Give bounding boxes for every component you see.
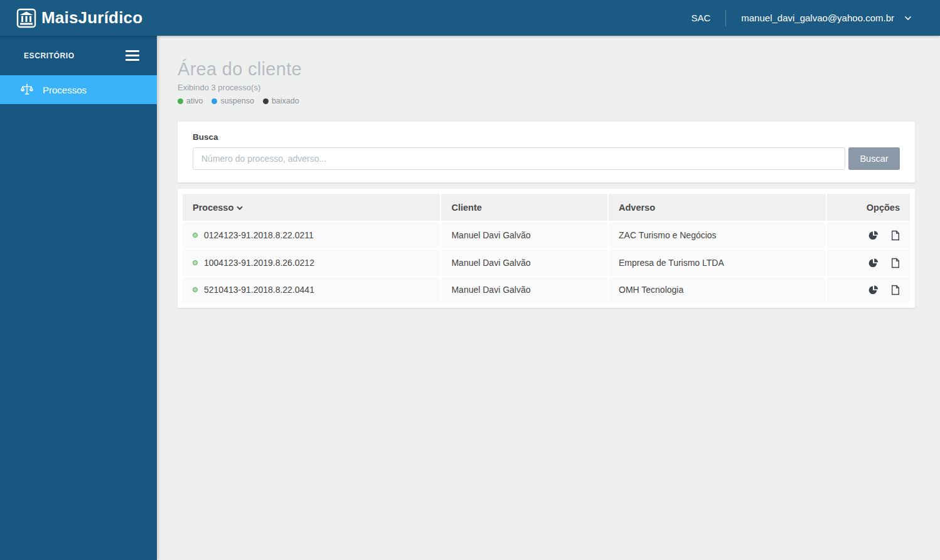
legend-item-ativo: ativo bbox=[178, 97, 203, 105]
client-name: Manuel Davi Galvão bbox=[441, 221, 608, 249]
column-header-cliente: Cliente bbox=[441, 194, 608, 221]
hamburger-icon[interactable] bbox=[126, 48, 139, 63]
sidebar: ESCRITÓRIO Processos bbox=[0, 36, 157, 560]
adverse-party: ZAC Turismo e Negócios bbox=[608, 221, 826, 249]
processes-table-card: Processo Cliente Adverso Opções 0124123-… bbox=[178, 189, 915, 308]
adverse-party: Empresa de Turismo LTDA bbox=[608, 249, 826, 277]
column-header-adverso: Adverso bbox=[608, 194, 826, 221]
status-dot bbox=[193, 233, 198, 238]
search-card: Busca Buscar bbox=[178, 122, 915, 182]
status-legend: ativo suspenso baixado bbox=[178, 97, 915, 105]
page-title: Área do cliente bbox=[178, 59, 915, 80]
document-icon[interactable] bbox=[891, 258, 900, 268]
topbar: MaisJurídico SAC manuel_davi_galvao@yaho… bbox=[0, 0, 940, 36]
app-window: MaisJurídico SAC manuel_davi_galvao@yaho… bbox=[0, 0, 940, 560]
search-row: Buscar bbox=[193, 147, 900, 170]
adverse-party: OMH Tecnologia bbox=[608, 277, 826, 304]
column-header-opcoes: Opções bbox=[826, 194, 910, 221]
table-header-row: Processo Cliente Adverso Opções bbox=[183, 194, 910, 221]
sidebar-section-label: ESCRITÓRIO bbox=[24, 51, 75, 60]
sidebar-item-processos[interactable]: Processos bbox=[0, 75, 157, 104]
search-input[interactable] bbox=[193, 147, 845, 170]
document-icon[interactable] bbox=[891, 230, 900, 241]
user-menu[interactable]: manuel_davi_galvao@yahoo.com.br bbox=[741, 13, 912, 23]
status-dot bbox=[193, 287, 198, 292]
legend-dot bbox=[211, 98, 217, 104]
sidebar-header: ESCRITÓRIO bbox=[0, 36, 157, 75]
client-name: Manuel Davi Galvão bbox=[441, 277, 608, 304]
pie-chart-icon[interactable] bbox=[868, 230, 879, 241]
legend-dot bbox=[178, 98, 183, 104]
table-row: 0124123-91.2018.8.22.0211 Manuel Davi Ga… bbox=[183, 221, 910, 249]
legend-item-baixado: baixado bbox=[263, 97, 299, 105]
brand-name: MaisJurídico bbox=[41, 8, 142, 28]
topbar-divider bbox=[725, 10, 726, 26]
search-label: Busca bbox=[193, 132, 900, 142]
sidebar-item-label: Processos bbox=[43, 85, 87, 95]
column-header-processo[interactable]: Processo bbox=[183, 194, 441, 221]
table-body: 0124123-91.2018.8.22.0211 Manuel Davi Ga… bbox=[183, 221, 910, 303]
pie-chart-icon[interactable] bbox=[868, 258, 879, 268]
processes-table: Processo Cliente Adverso Opções 0124123-… bbox=[183, 194, 910, 303]
sort-chevron-icon bbox=[237, 202, 243, 212]
page-subtitle: Exibindo 3 processo(s) bbox=[178, 83, 915, 92]
brand-logo[interactable]: MaisJurídico bbox=[16, 8, 142, 28]
topbar-nav: SAC manuel_davi_galvao@yahoo.com.br bbox=[691, 10, 912, 26]
process-number: 0124123-91.2018.8.22.0211 bbox=[204, 230, 314, 240]
search-button[interactable]: Buscar bbox=[848, 147, 900, 170]
table-row: 1004123-91.2019.8.26.0212 Manuel Davi Ga… bbox=[183, 249, 910, 277]
chevron-down-icon bbox=[904, 16, 912, 21]
bank-icon bbox=[16, 8, 36, 28]
document-icon[interactable] bbox=[891, 285, 900, 295]
scales-icon bbox=[20, 83, 34, 97]
client-name: Manuel Davi Galvão bbox=[441, 249, 608, 277]
process-number: 5210413-91.2018.8.22.0441 bbox=[204, 285, 314, 295]
process-number: 1004123-91.2019.8.26.0212 bbox=[204, 258, 314, 268]
sac-link[interactable]: SAC bbox=[691, 13, 710, 23]
table-row: 5210413-91.2018.8.22.0441 Manuel Davi Ga… bbox=[183, 277, 910, 304]
pie-chart-icon[interactable] bbox=[868, 285, 879, 295]
status-dot bbox=[193, 260, 198, 265]
legend-dot bbox=[263, 98, 269, 104]
main-content: Área do cliente Exibindo 3 processo(s) a… bbox=[157, 36, 940, 560]
legend-item-suspenso: suspenso bbox=[211, 97, 254, 105]
user-email: manuel_davi_galvao@yahoo.com.br bbox=[741, 13, 894, 23]
